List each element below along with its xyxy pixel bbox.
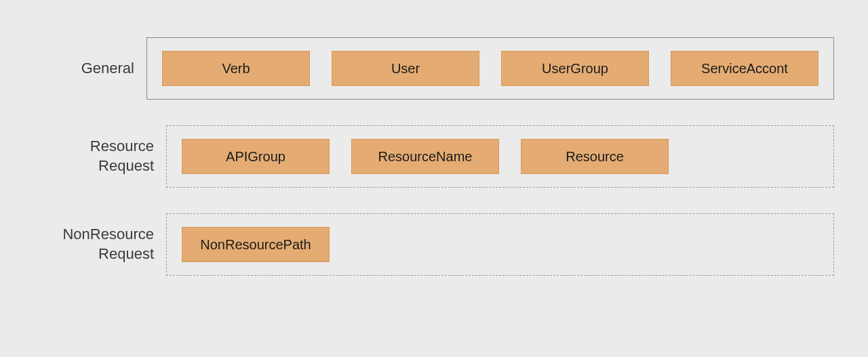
row-label-nonresource-request: NonResource Request (34, 225, 166, 264)
row-label-general: General (34, 59, 146, 79)
row-resource-request: Resource Request APIGroup ResourceName R… (34, 125, 834, 188)
chip-serviceaccount: ServiceAccont (671, 51, 818, 86)
row-label-resource-request-line1: Resource (90, 138, 154, 154)
group-nonresource-request: NonResourcePath (166, 213, 834, 276)
chip-user: User (332, 51, 479, 86)
chip-resourcename: ResourceName (351, 139, 499, 174)
row-label-resource-request: Resource Request (34, 137, 166, 175)
row-label-nonresource-request-line2: Request (98, 245, 154, 262)
chip-apigroup: APIGroup (182, 139, 330, 174)
row-general: General Verb User UserGroup ServiceAccon… (34, 37, 834, 100)
chip-usergroup: UserGroup (501, 51, 649, 86)
group-general: Verb User UserGroup ServiceAccont (146, 37, 834, 100)
chip-resource: Resource (521, 139, 669, 174)
group-resource-request: APIGroup ResourceName Resource (166, 125, 834, 188)
row-label-nonresource-request-line1: NonResource (62, 226, 154, 243)
chip-verb: Verb (162, 51, 310, 86)
row-nonresource-request: NonResource Request NonResourcePath (34, 213, 834, 276)
row-label-resource-request-line2: Request (98, 157, 154, 174)
chip-nonresourcepath: NonResourcePath (182, 227, 330, 262)
